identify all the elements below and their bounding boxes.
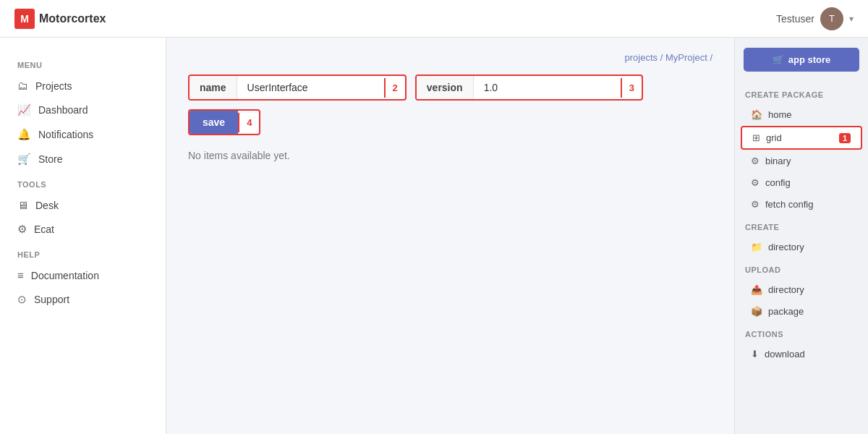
main-content: projects / MyProject / name 2 version 3 … [166,38,734,434]
breadcrumb: projects / MyProject / [188,52,712,63]
sidebar-item-dashboard[interactable]: 📈 Dashboard [0,98,166,122]
name-label: name [190,76,237,99]
sidebar-item-notifications[interactable]: 🔔 Notifications [0,122,166,147]
version-label: version [417,76,474,99]
fetch-config-icon: ⚙ [751,199,760,210]
header: M Motorcortex Testuser T ▾ [0,0,868,38]
desk-icon: 🖥 [17,199,28,211]
sidebar-item-label: Store [38,153,62,165]
right-panel: 🛒 app store CREATE PACKAGE 🏠 home ⊞ grid… [734,38,868,434]
panel-item-label: grid [766,132,782,143]
panel-item-label: directory [768,242,804,252]
sidebar-item-label: Dashboard [38,104,88,116]
panel-item-label: fetch config [765,199,814,210]
grid-badge: 1 [839,133,851,143]
actions-title: ACTIONS [735,323,868,343]
sidebar: MENU 🗂 Projects 📈 Dashboard 🔔 Notificati… [0,38,166,434]
download-icon: ⬇ [751,349,759,359]
sidebar-item-label: Notifications [38,129,93,140]
sidebar-item-label: Documentation [31,270,99,281]
store-icon: 🛒 [17,153,31,166]
upload-title: UPLOAD [735,258,868,278]
sidebar-item-documentation[interactable]: ≡ Documentation [0,263,166,287]
home-icon: 🏠 [751,109,762,120]
sidebar-item-label: Support [34,294,69,305]
username: Testuser [776,13,814,25]
sidebar-item-projects[interactable]: 🗂 Projects [0,74,166,98]
binary-icon: ⚙ [751,156,760,166]
ecat-icon: ⚙ [17,223,27,236]
save-group: save 4 [188,109,260,135]
sidebar-item-desk[interactable]: 🖥 Desk [0,193,166,217]
chevron-down-icon[interactable]: ▾ [849,14,854,24]
app-store-label: app store [788,54,831,65]
version-input[interactable] [474,76,621,99]
cart-icon: 🛒 [773,54,784,65]
sidebar-item-label: Ecat [34,224,54,235]
panel-item-label: binary [765,156,791,166]
panel-item-upload-package[interactable]: 📦 package [741,301,862,322]
notifications-icon: 🔔 [17,128,31,141]
documentation-icon: ≡ [17,269,24,281]
name-badge: 2 [384,78,405,98]
breadcrumb-sep1: / [660,52,665,63]
panel-item-label: config [765,177,791,188]
header-right: Testuser T ▾ [776,7,854,30]
help-section-title: HELP [0,242,166,263]
panel-item-label: download [765,349,805,359]
projects-icon: 🗂 [17,80,28,92]
panel-item-create-directory[interactable]: 📁 directory [741,237,862,258]
breadcrumb-sep2: / [710,52,712,63]
version-badge: 3 [621,78,642,98]
dashboard-icon: 📈 [17,103,31,116]
panel-item-label: home [768,109,792,120]
support-icon: ⊙ [17,293,27,306]
panel-item-binary[interactable]: ⚙ binary [741,150,862,171]
layout: MENU 🗂 Projects 📈 Dashboard 🔔 Notificati… [0,38,868,434]
create-title: CREATE [735,216,868,236]
panel-item-grid[interactable]: ⊞ grid 1 [741,126,862,150]
breadcrumb-myproject[interactable]: MyProject [665,52,707,63]
save-badge: 4 [238,113,259,132]
panel-item-fetch-config[interactable]: ⚙ fetch config [741,194,862,215]
app-store-button[interactable]: 🛒 app store [744,48,859,72]
name-input[interactable] [237,76,384,99]
upload-directory-icon: 📤 [751,284,762,295]
create-package-title: CREATE PACKAGE [735,83,868,103]
avatar[interactable]: T [820,7,843,30]
sidebar-item-label: Projects [35,80,72,92]
create-directory-icon: 📁 [751,242,762,252]
sidebar-item-ecat[interactable]: ⚙ Ecat [0,217,166,242]
upload-package-icon: 📦 [751,306,762,317]
no-items-message: No items available yet. [188,150,712,161]
sidebar-item-label: Desk [35,200,59,211]
panel-item-config[interactable]: ⚙ config [741,172,862,193]
menu-section-title: MENU [0,52,166,74]
panel-item-home[interactable]: 🏠 home [741,104,862,125]
logo[interactable]: M Motorcortex [14,9,106,29]
logo-text: Motorcortex [39,12,106,25]
panel-item-download[interactable]: ⬇ download [741,344,862,365]
name-field-group: name 2 [188,75,407,101]
logo-icon: M [14,9,35,29]
panel-item-upload-directory[interactable]: 📤 directory [741,279,862,300]
sidebar-item-store[interactable]: 🛒 Store [0,147,166,171]
version-field-group: version 3 [415,75,643,101]
sidebar-item-support[interactable]: ⊙ Support [0,287,166,312]
breadcrumb-projects[interactable]: projects [625,52,658,63]
tools-section-title: TOOLS [0,171,166,193]
save-button[interactable]: save [190,111,238,134]
grid-icon: ⊞ [752,132,760,143]
config-icon: ⚙ [751,177,760,188]
panel-item-label: package [768,306,804,317]
panel-item-label: directory [768,284,804,295]
form-row: name 2 version 3 save 4 [188,75,712,135]
